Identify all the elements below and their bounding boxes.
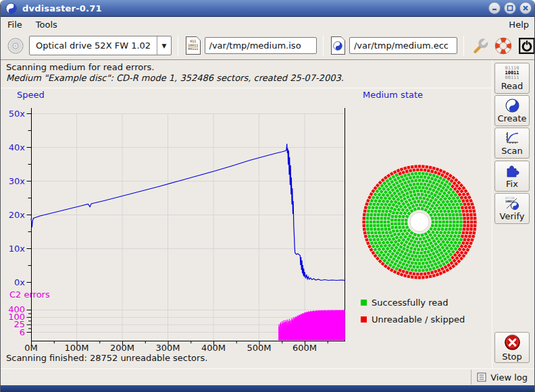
scan-button[interactable]: Scan [494,128,530,159]
status-line-medium-info: Medium "Example disc": CD-R mode 1, 3524… [6,73,344,83]
drive-select-value: Optical drive 52X FW 1.02 [30,40,157,51]
scan-chart-icon [505,130,519,145]
c2-errors-title: C2 errors [9,289,50,300]
iso-path-input[interactable] [205,37,317,54]
create-button-label: Create [497,113,526,123]
stop-icon [504,334,521,351]
legend-ok-label: Successfully read [372,298,448,308]
verify-button-label: Verify [500,211,525,221]
legend-bad-label: Unreadable / skipped [372,314,465,325]
scan-button-label: Scan [501,146,523,156]
maximize-button[interactable] [504,2,516,14]
chevron-down-icon: ▼ [157,43,171,49]
menu-help[interactable]: Help [502,18,535,31]
read-button[interactable]: 01110 10011 00111 Read [494,63,530,94]
svg-text:6: 6 [20,327,25,337]
svg-text:200M: 200M [110,343,134,353]
minimize-icon [491,5,498,11]
svg-text:300M: 300M [155,343,180,353]
close-button[interactable] [519,2,532,14]
separator [1,88,492,88]
wrench-icon [472,37,489,55]
legend-item-ok: Successfully read [361,298,448,308]
svg-text:100: 100 [8,312,25,322]
red-square-icon [361,316,367,323]
ecc-path-input[interactable] [349,37,457,54]
close-icon [522,5,529,11]
svg-text:40x: 40x [9,142,26,152]
svg-text:25: 25 [14,319,25,329]
svg-text:50x: 50x [9,109,26,119]
svg-text:30x: 30x [9,176,26,186]
fix-button-label: Fix [506,179,518,189]
ecc-yinyang-icon [333,41,342,51]
svg-text:0x: 0x [14,277,25,287]
status-line-primary: Scanning medium for read errors. [6,62,154,72]
yinyang-icon [505,99,519,113]
fix-button[interactable]: Fix [494,161,530,192]
minimize-button[interactable] [488,2,501,14]
quit-button[interactable] [518,37,535,55]
preferences-button[interactable] [472,37,489,55]
app-logo-yinyang-icon [5,3,17,14]
scan-result-text: Scanning finished: 28752 unreadable sect… [6,353,207,363]
toolbar: Optical drive 52X FW 1.02 ▼ 011 10011 00… [1,32,535,60]
speed-chart-title: Speed [17,90,45,100]
drive-select[interactable]: Optical drive 52X FW 1.02 ▼ [29,36,172,55]
svg-text:600M: 600M [292,343,317,353]
toolbar-separator [463,36,464,56]
green-square-icon [361,300,367,306]
read-button-label: Read [501,81,524,91]
ecc-file-icon [331,36,345,55]
svg-text:0M: 0M [24,343,38,353]
window-title: dvdisaster-0.71 [22,3,102,13]
verify-button[interactable]: 01110 10011 Verify [494,193,530,224]
menu-file[interactable]: File [1,18,29,31]
app-window: dvdisaster-0.71 File Tools Help [0,0,535,392]
svg-text:100M: 100M [64,343,88,353]
separator [1,368,535,369]
title-bar[interactable]: dvdisaster-0.71 [1,0,535,17]
svg-text:10x: 10x [9,244,26,254]
cd-drive-icon [6,36,25,55]
medium-state-title: Medium state [363,90,423,100]
maximize-icon [507,5,513,11]
speed-c2-chart: 0x10x20x30x40x50x4001002560M100M200M300M… [1,91,359,356]
binary-icon: 01110 10011 00111 [505,66,519,80]
iso-file-icon: 011 10011 00111 [186,36,200,55]
svg-text:500M: 500M [247,343,271,353]
power-icon [518,37,535,55]
puzzle-icon [505,163,519,178]
stop-button-label: Stop [502,352,522,362]
svg-text:400M: 400M [201,343,226,353]
window-bottom-border [1,385,535,392]
verify-icon: 01110 10011 [505,196,519,211]
svg-text:20x: 20x [9,210,26,220]
stop-button[interactable]: Stop [494,332,530,363]
svg-text:400: 400 [8,304,25,314]
log-list-icon [477,372,486,382]
menu-bar: File Tools Help [1,17,535,32]
toolbar-separator [178,36,178,56]
legend-item-bad: Unreadable / skipped [361,314,465,325]
toolbar-separator [323,36,324,56]
help-button[interactable] [494,37,512,55]
medium-state-disc [360,163,479,281]
view-log-label: View log [490,372,528,383]
create-button[interactable]: Create [494,95,530,126]
sidebar-divider [492,60,492,368]
life-ring-icon [494,37,512,55]
view-log-button[interactable]: View log [471,370,532,385]
drive-button[interactable] [6,36,25,55]
menu-tools[interactable]: Tools [29,18,64,31]
iso-icon-line: 00111 [188,47,198,51]
